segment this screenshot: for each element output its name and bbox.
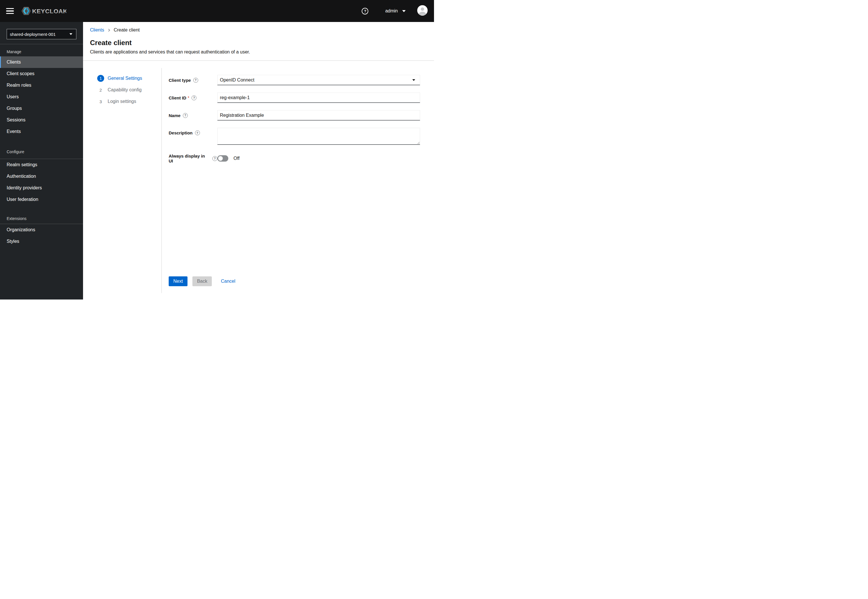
realm-selector[interactable]: shared-deployment-001 [7, 29, 76, 39]
nav-section-configure: Configure Realm settings Authentication … [0, 137, 83, 205]
sidebar-item-user-federation[interactable]: User federation [0, 194, 83, 205]
nav-section-extensions: Extensions Organizations Styles [0, 205, 83, 247]
required-asterisk: * [188, 95, 189, 100]
keycloak-admin-console: KEYCLOAK ? admin [0, 0, 434, 300]
name-row: Name ? [169, 110, 420, 120]
sidebar-item-users[interactable]: Users [0, 91, 83, 102]
sidebar-item-client-scopes[interactable]: Client scopes [0, 68, 83, 80]
chevron-down-icon [402, 10, 406, 12]
wizard-step-capability-config[interactable]: 2 Capability config [97, 86, 162, 93]
sidebar-item-clients[interactable]: Clients [0, 56, 83, 68]
avatar[interactable] [417, 5, 428, 17]
back-button[interactable]: Back [192, 276, 212, 286]
nav-section-title: Manage [0, 44, 83, 56]
client-id-input[interactable] [217, 92, 420, 103]
wizard-steps-nav: 1 General Settings 2 Capability config 3… [83, 68, 162, 293]
masthead: KEYCLOAK ? admin [0, 0, 434, 22]
cancel-button[interactable]: Cancel [221, 279, 235, 284]
breadcrumb-current: Create client [114, 27, 140, 33]
sidebar-item-events[interactable]: Events [0, 126, 83, 137]
chevron-down-icon [69, 33, 72, 35]
breadcrumb: Clients Create client [90, 27, 420, 33]
nav-section-title: Extensions [0, 205, 83, 224]
step-number: 2 [97, 86, 104, 93]
sidebar-item-realm-roles[interactable]: Realm roles [0, 80, 83, 91]
wizard-step-login-settings[interactable]: 3 Login settings [97, 98, 162, 105]
chevron-down-icon [412, 79, 415, 81]
sidebar-item-organizations[interactable]: Organizations [0, 224, 83, 236]
sidebar-nav: shared-deployment-001 Manage Clients Cli… [0, 22, 83, 300]
always-display-row: Always display in UI ? Off [169, 153, 420, 164]
always-display-toggle[interactable] [217, 155, 228, 162]
page-header: Clients Create client Create client Clie… [83, 22, 434, 61]
breadcrumb-clients-link[interactable]: Clients [90, 27, 104, 33]
help-icon[interactable]: ? [183, 113, 188, 118]
sidebar-item-realm-settings[interactable]: Realm settings [0, 159, 83, 170]
client-type-value: OpenID Connect [220, 77, 254, 83]
client-type-row: Client type ? OpenID Connect [169, 75, 420, 85]
step-number-badge: 1 [97, 75, 104, 82]
client-id-row: Client ID * ? [169, 92, 420, 103]
page-subtitle: Clients are applications and services th… [90, 49, 420, 55]
description-row: Description ? [169, 128, 420, 146]
wizard-actions: Next Back Cancel [169, 276, 235, 286]
realm-name: shared-deployment-001 [10, 32, 56, 37]
hamburger-menu-icon[interactable] [6, 8, 14, 14]
breadcrumb-chevron-icon [107, 29, 110, 32]
user-menu[interactable]: admin [385, 8, 406, 14]
help-icon[interactable]: ? [195, 130, 200, 135]
realm-selector-block: shared-deployment-001 [0, 22, 83, 44]
step-number: 3 [97, 98, 104, 105]
client-type-label: Client type [169, 78, 191, 83]
help-icon[interactable]: ? [193, 78, 198, 83]
wizard-form: Client type ? OpenID Connect Clien [162, 68, 434, 293]
keycloak-logo: KEYCLOAK [21, 6, 66, 16]
description-textarea[interactable] [217, 128, 420, 145]
client-id-label: Client ID [169, 95, 186, 100]
main-content: Clients Create client Create client Clie… [83, 22, 434, 300]
page-title: Create client [90, 38, 420, 47]
client-type-select[interactable]: OpenID Connect [217, 75, 420, 85]
description-label: Description [169, 130, 193, 135]
help-icon[interactable]: ? [362, 8, 368, 15]
sidebar-item-groups[interactable]: Groups [0, 102, 83, 114]
nav-section-manage: Manage Clients Client scopes Realm roles… [0, 44, 83, 137]
sidebar-item-authentication[interactable]: Authentication [0, 170, 83, 182]
sidebar-item-identity-providers[interactable]: Identity providers [0, 182, 83, 194]
brand-wordmark: KEYCLOAK [32, 8, 66, 15]
name-input[interactable] [217, 110, 420, 120]
sidebar-item-styles[interactable]: Styles [0, 236, 83, 247]
name-label: Name [169, 113, 181, 118]
next-button[interactable]: Next [169, 276, 187, 286]
keycloak-logo-image: KEYCLOAK [21, 6, 66, 16]
username: admin [385, 8, 398, 14]
toggle-state-label: Off [234, 156, 240, 161]
help-icon[interactable]: ? [212, 156, 217, 161]
masthead-toolbar: ? admin [362, 5, 428, 17]
help-icon[interactable]: ? [192, 95, 196, 100]
sidebar-item-sessions[interactable]: Sessions [0, 114, 83, 126]
nav-section-title: Configure [0, 137, 83, 159]
wizard-step-general-settings[interactable]: 1 General Settings [97, 75, 162, 82]
create-client-wizard: 1 General Settings 2 Capability config 3… [83, 68, 434, 293]
always-display-label: Always display in UI [169, 154, 210, 163]
